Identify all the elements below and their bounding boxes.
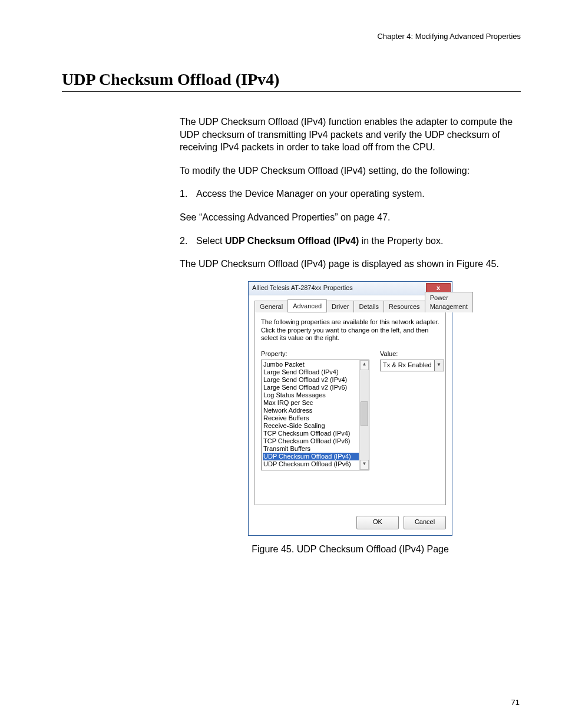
step-1-note: See “Accessing Advanced Properties” on p… [180, 211, 521, 224]
dialog-body: General Advanced Driver Details Resource… [249, 295, 452, 511]
tab-general[interactable]: General [254, 301, 288, 312]
value-label: Value: [380, 350, 444, 358]
step-2-number: 2. [180, 235, 196, 248]
list-item[interactable]: Jumbo Packet [263, 361, 359, 368]
section-title: UDP Checksum Offload (IPv4) [62, 70, 521, 92]
dialog-titlebar[interactable]: Allied Telesis AT-2874xx Properties x [249, 282, 452, 295]
body-column: The UDP Checksum Offload (IPv4) function… [180, 116, 521, 555]
tab-resources[interactable]: Resources [384, 301, 425, 312]
scroll-thumb[interactable] [361, 401, 368, 426]
property-listbox[interactable]: Jumbo PacketLarge Send Offload (IPv4)Lar… [261, 360, 369, 470]
dialog-title: Allied Telesis AT-2874xx Properties [252, 284, 353, 292]
figure: Allied Telesis AT-2874xx Properties x Ge… [180, 281, 521, 556]
step-2-bold: UDP Checksum Offload (IPv4) [225, 236, 359, 246]
ok-button[interactable]: OK [356, 516, 399, 529]
panel-description: The following properties are available f… [261, 318, 439, 342]
step-1-text: Access the Device Manager on your operat… [196, 187, 521, 200]
intro-paragraph: The UDP Checksum Offload (IPv4) function… [180, 116, 521, 154]
list-item[interactable]: TCP Checksum Offload (IPv4) [263, 430, 359, 437]
tab-strip: General Advanced Driver Details Resource… [254, 300, 446, 312]
list-item[interactable]: Large Send Offload v2 (IPv4) [263, 376, 359, 384]
list-item[interactable]: TCP Checksum Offload (IPv6) [263, 437, 359, 445]
step-2-text: Select UDP Checksum Offload (IPv4) in th… [196, 235, 521, 248]
advanced-panel: The following properties are available f… [254, 312, 446, 505]
tab-driver[interactable]: Driver [326, 301, 354, 312]
list-item[interactable]: UDP Checksum Offload (IPv6) [263, 460, 359, 468]
step-2-post: in the Property box. [359, 236, 443, 246]
list-item[interactable]: Log Status Messages [263, 391, 359, 399]
list-item[interactable]: Receive Buffers [263, 414, 359, 422]
chevron-down-icon[interactable]: ▼ [434, 360, 444, 371]
step-2-note: The UDP Checksum Offload (IPv4) page is … [180, 258, 521, 271]
list-item[interactable]: Large Send Offload v2 (IPv6) [263, 384, 359, 391]
step-2: 2. Select UDP Checksum Offload (IPv4) in… [180, 235, 521, 248]
page: Chapter 4: Modifying Advanced Properties… [0, 0, 562, 728]
chapter-header: Chapter 4: Modifying Advanced Properties [62, 32, 521, 41]
tab-advanced[interactable]: Advanced [287, 299, 327, 312]
list-item[interactable]: Transmit Buffers [263, 445, 359, 453]
property-label: Property: [261, 350, 369, 358]
dialog-buttons: OK Cancel [249, 511, 452, 535]
listbox-scrollbar[interactable]: ▲ ▼ [359, 360, 369, 470]
list-item[interactable]: Network Address [263, 407, 359, 414]
scroll-up-icon[interactable]: ▲ [360, 360, 369, 370]
scroll-down-icon[interactable]: ▼ [360, 460, 369, 470]
properties-dialog: Allied Telesis AT-2874xx Properties x Ge… [248, 281, 452, 536]
figure-caption: Figure 45. UDP Checksum Offload (IPv4) P… [252, 543, 449, 556]
list-item[interactable]: UDP Checksum Offload (IPv4) [263, 453, 359, 460]
cancel-button[interactable]: Cancel [404, 516, 446, 529]
step-2-pre: Select [196, 236, 225, 246]
value-selected: Tx & Rx Enabled [381, 360, 434, 371]
lead-in: To modify the UDP Checksum Offload (IPv4… [180, 164, 521, 177]
step-1-number: 1. [180, 187, 196, 200]
list-item[interactable]: Large Send Offload (IPv4) [263, 368, 359, 376]
list-item[interactable]: Max IRQ per Sec [263, 399, 359, 407]
value-dropdown[interactable]: Tx & Rx Enabled ▼ [380, 360, 444, 371]
step-1: 1. Access the Device Manager on your ope… [180, 187, 521, 200]
page-number: 71 [511, 698, 520, 707]
tab-power-management[interactable]: Power Management [425, 292, 473, 312]
list-item[interactable]: Receive-Side Scaling [263, 422, 359, 430]
tab-details[interactable]: Details [353, 301, 384, 312]
